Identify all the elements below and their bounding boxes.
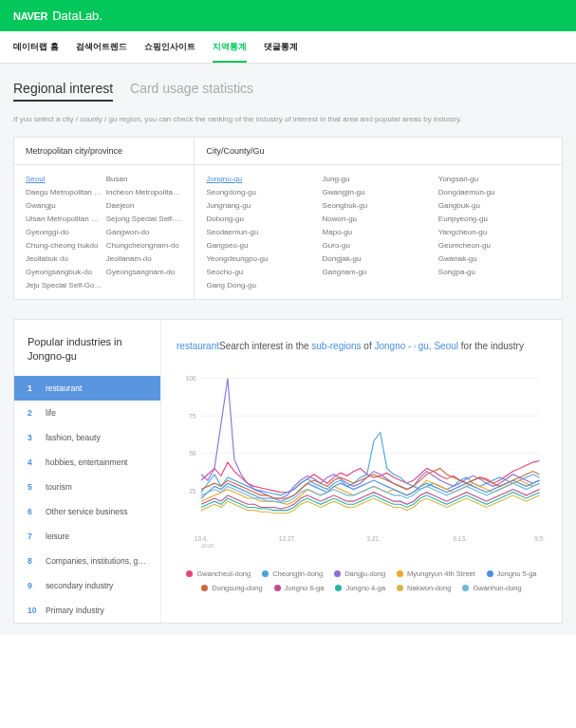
legend-item: Nakwon-dong bbox=[397, 584, 451, 592]
legend-item: Dongsung-dong bbox=[201, 584, 262, 592]
metro-item[interactable]: Daegu Metropolitan City bbox=[26, 188, 102, 196]
rank-item-8[interactable]: 8Companies, institutions, g… bbox=[14, 549, 160, 573]
svg-text:6.13.: 6.13. bbox=[453, 535, 467, 542]
metro-item[interactable]: Daejeon bbox=[106, 201, 183, 210]
rank-item-10[interactable]: 10Primary Industry bbox=[14, 598, 160, 623]
svg-text:3.21.: 3.21. bbox=[367, 535, 381, 542]
metro-item[interactable]: Jeollanam-do bbox=[106, 254, 183, 263]
metro-item[interactable]: Seoul bbox=[26, 175, 102, 183]
svg-text:10.4.: 10.4. bbox=[195, 535, 209, 542]
gu-item[interactable]: Seongbuk-gu bbox=[323, 201, 435, 210]
metro-item[interactable]: Jeju Special Self-Governing Pro… bbox=[26, 281, 102, 289]
svg-text:25: 25 bbox=[189, 488, 196, 495]
rank-item-7[interactable]: 7leisure bbox=[14, 524, 160, 549]
header: NAVER DataLab. bbox=[0, 0, 576, 31]
chart-area: restaurantSearch interest in the sub-reg… bbox=[161, 320, 562, 623]
gu-item[interactable]: Jongno-gu bbox=[206, 175, 318, 183]
nav-item-4[interactable]: 댓글통계 bbox=[264, 41, 298, 63]
rank-item-9[interactable]: 9secondary industry bbox=[14, 573, 160, 598]
gu-item[interactable]: Mapo-gu bbox=[323, 228, 435, 236]
industry-sidebar: Popular industries in Jongno-gu 1restaur… bbox=[14, 320, 161, 623]
metro-item[interactable]: Gyeongsangbuk-do bbox=[26, 268, 102, 276]
metro-item[interactable]: Sejong Special Self-Governing … bbox=[106, 215, 183, 223]
metro-item[interactable]: Incheon Metropolitan City bbox=[106, 188, 183, 196]
gu-item[interactable]: Guro-gu bbox=[323, 241, 435, 250]
gu-item[interactable]: Seongdong-gu bbox=[206, 188, 318, 196]
rank-item-3[interactable]: 3fashion, beauty bbox=[14, 425, 160, 450]
gu-item[interactable]: Gangbuk-gu bbox=[438, 201, 550, 210]
subnav-item-0[interactable]: Regional interest bbox=[13, 81, 113, 102]
gu-item[interactable]: Gangseo-gu bbox=[206, 241, 318, 250]
gu-item[interactable]: Nowon-gu bbox=[323, 215, 435, 223]
legend-item: Cheongjin-dong bbox=[262, 569, 323, 578]
gu-item[interactable]: Geumcheon-gu bbox=[438, 241, 550, 250]
gu-item[interactable]: Seocho-gu bbox=[206, 268, 318, 276]
chart-title: restaurantSearch interest in the sub-reg… bbox=[177, 339, 547, 353]
rank-item-2[interactable]: 2life bbox=[14, 401, 160, 425]
gu-item[interactable]: Yeongdeungpo-gu bbox=[206, 254, 318, 263]
region-selector: Metropolitan city/province SeoulBusanDae… bbox=[13, 137, 563, 300]
metro-item[interactable]: Gangwon-do bbox=[106, 228, 183, 236]
metro-item[interactable]: Gyeonggi-do bbox=[26, 228, 102, 236]
sidebar-title: Popular industries in Jongno-gu bbox=[14, 320, 160, 376]
svg-text:75: 75 bbox=[189, 413, 196, 420]
svg-text:12.27.: 12.27. bbox=[279, 535, 296, 542]
metro-item[interactable]: Ulsan Metropolitan City bbox=[26, 215, 102, 223]
metro-item[interactable]: Chung-cheong bukdo bbox=[26, 241, 102, 250]
rank-item-5[interactable]: 5tourism bbox=[14, 475, 160, 499]
rank-item-4[interactable]: 4hobbies, entertainment bbox=[14, 450, 160, 475]
gu-item[interactable]: Eunpyeong-gu bbox=[438, 215, 550, 223]
legend-item: Jongno 6-ga bbox=[274, 584, 325, 592]
legend-item: Gwanhun-dong bbox=[462, 584, 521, 592]
datalab-logo: DataLab. bbox=[52, 9, 102, 23]
gu-item[interactable]: Yongsan-gu bbox=[438, 175, 550, 183]
gu-item[interactable]: Gang Dong-gu bbox=[206, 281, 318, 289]
gu-head: City/County/Gu bbox=[195, 138, 562, 165]
metro-item[interactable]: Chungcheongnam-do bbox=[106, 241, 183, 250]
page-description: If you select a city / county / gu regio… bbox=[13, 115, 563, 123]
svg-text:2020: 2020 bbox=[201, 543, 214, 549]
gu-item[interactable]: Songpa-gu bbox=[438, 268, 550, 276]
gu-item[interactable]: Jung-gu bbox=[323, 175, 435, 183]
legend-item: Jongno 5-ga bbox=[487, 569, 537, 578]
main-nav: 데이터랩 홈검색어트렌드쇼핑인사이트지역통계댓글통계 bbox=[0, 31, 576, 64]
gu-item[interactable]: Dongjak-gu bbox=[323, 254, 435, 263]
chart-legend: Gwancheol-dongCheongjin-dongDangju-dongM… bbox=[177, 569, 547, 592]
metro-column: Metropolitan city/province SeoulBusanDae… bbox=[14, 138, 195, 299]
metro-item[interactable]: Busan bbox=[106, 175, 183, 183]
svg-text:9.5.: 9.5. bbox=[534, 535, 545, 542]
rank-item-6[interactable]: 6Other service business bbox=[14, 499, 160, 524]
gu-column: City/County/Gu Jongno-guJung-guYongsan-g… bbox=[195, 138, 562, 299]
sub-nav: Regional interestCard usage statistics bbox=[13, 81, 563, 102]
legend-item: Jongno 4-ga bbox=[335, 584, 385, 592]
metro-head: Metropolitan city/province bbox=[14, 138, 194, 165]
svg-text:100: 100 bbox=[186, 376, 196, 383]
metro-item[interactable]: Jeollabuk do bbox=[26, 254, 102, 263]
gu-item[interactable]: Dobong-gu bbox=[206, 215, 318, 223]
gu-item[interactable]: Seodaemun-gu bbox=[206, 228, 318, 236]
legend-item: Dangju-dong bbox=[334, 569, 385, 578]
nav-item-3[interactable]: 지역통계 bbox=[213, 41, 247, 63]
gu-item[interactable]: Gangnam-gu bbox=[323, 268, 435, 276]
nav-item-2[interactable]: 쇼핑인사이트 bbox=[144, 41, 195, 63]
subnav-item-1[interactable]: Card usage statistics bbox=[130, 81, 253, 102]
naver-logo: NAVER bbox=[13, 10, 47, 22]
nav-item-1[interactable]: 검색어트렌드 bbox=[76, 41, 127, 63]
gu-item[interactable]: Gwangjin-gu bbox=[323, 188, 435, 196]
metro-item[interactable]: Gwangju bbox=[26, 201, 102, 210]
gu-item[interactable]: Dongdaemun-gu bbox=[438, 188, 550, 196]
gu-item[interactable]: Yangcheon-gu bbox=[438, 228, 550, 236]
metro-item[interactable]: Gyeongsangnam-do bbox=[106, 268, 183, 276]
legend-item: Myungryun 4th Street bbox=[397, 569, 475, 578]
svg-text:50: 50 bbox=[189, 450, 196, 457]
nav-item-0[interactable]: 데이터랩 홈 bbox=[13, 41, 59, 63]
legend-item: Gwancheol-dong bbox=[186, 569, 251, 578]
gu-item[interactable]: Gwanak-gu bbox=[438, 254, 550, 263]
rank-item-1[interactable]: 1restaurant bbox=[14, 376, 160, 401]
content-panel: Popular industries in Jongno-gu 1restaur… bbox=[13, 319, 563, 624]
gu-item[interactable]: Jungnang-gu bbox=[206, 201, 318, 210]
line-chart: 10075502510.4.12.27.3.21.6.13.9.5.2020 bbox=[177, 366, 547, 556]
